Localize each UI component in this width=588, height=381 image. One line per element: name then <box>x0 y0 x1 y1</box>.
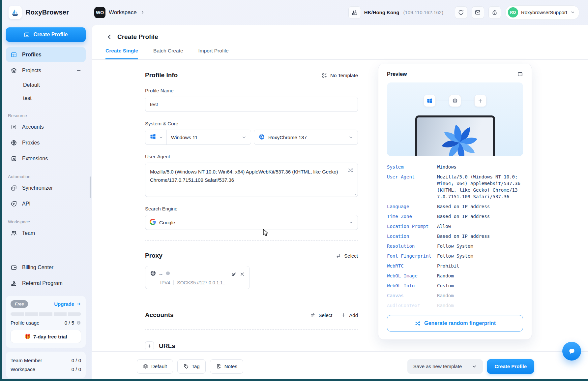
proxy-globe-icon <box>150 270 156 278</box>
accounts-select-button[interactable]: Select <box>310 312 333 318</box>
kv-value: Random <box>437 292 523 299</box>
sidebar-item-synchronizer[interactable]: Synchronizer <box>6 180 86 195</box>
sidebar-spacer <box>6 240 86 259</box>
os-version-select[interactable]: Windows 11 <box>167 135 251 140</box>
proxy-select-button[interactable]: Select <box>336 253 358 259</box>
tab-create-single[interactable]: Create Single <box>105 48 138 59</box>
ip-chip[interactable]: HK/Hong Kong(109.110.162.162) <box>348 6 443 19</box>
main-content: Create Profile Create Single Batch Creat… <box>92 25 588 381</box>
plan-badge: Free <box>11 300 28 308</box>
panel-collapse-icon[interactable] <box>517 71 523 77</box>
project-item-default[interactable]: Default <box>6 79 86 92</box>
ip-location: HK/Hong Kong <box>364 10 399 15</box>
window-plus-icon <box>24 32 30 38</box>
tab-import-profile[interactable]: Import Profile <box>198 48 229 59</box>
create-profile-button[interactable]: Create Profile <box>6 27 86 42</box>
sidebar-item-label: Projects <box>22 68 41 74</box>
default-label: Default <box>151 364 167 369</box>
workspace-breadcrumb[interactable]: WO Workspace <box>94 7 145 18</box>
windows-logo-icon <box>150 133 156 141</box>
proxy-test-icon[interactable] <box>231 271 237 277</box>
sidebar-item-accounts[interactable]: Accounts <box>6 119 86 134</box>
chain-connector <box>436 101 449 101</box>
collapse-icon[interactable] <box>76 68 81 73</box>
chevron-down-icon <box>348 135 353 140</box>
shuffle-icon[interactable] <box>347 167 353 175</box>
search-engine-label: Search Engine <box>145 206 358 211</box>
synchronizer-icon <box>10 185 17 191</box>
kv-value: Allow <box>437 223 523 230</box>
preview-panel: Preview <box>378 64 532 340</box>
info-icon <box>76 320 81 325</box>
os-icon-select[interactable]: Windows 11 <box>145 130 251 145</box>
profile-name-input[interactable]: test <box>145 97 358 112</box>
notes-button[interactable]: Notes <box>210 359 243 374</box>
sidebar-item-extensions[interactable]: Extensions <box>6 151 86 166</box>
wallet-icon <box>10 264 17 271</box>
accounts-add-button[interactable]: Add <box>341 312 358 318</box>
os-value: Windows 11 <box>171 135 198 140</box>
kv-key: Canvas <box>387 292 437 299</box>
header-actions: HK/Hong Kong(109.110.162.162) RO Roxybro… <box>348 5 579 20</box>
sidebar-item-projects[interactable]: Projects <box>6 63 86 78</box>
sidebar-item-billing-center[interactable]: Billing Center <box>6 260 86 275</box>
tag-button[interactable]: Tag <box>177 359 206 374</box>
chevron-down-icon <box>242 135 247 140</box>
chat-widget-button[interactable] <box>562 342 581 361</box>
header-divider <box>449 9 449 16</box>
kv-value: Prohibit <box>437 263 523 269</box>
usage-value: 0 / 5 <box>65 320 74 326</box>
window-edge <box>0 0 2 381</box>
project-item-test[interactable]: test <box>6 92 86 105</box>
sidebar-item-proxies[interactable]: Proxies <box>6 135 86 150</box>
default-project-button[interactable]: Default <box>137 359 173 374</box>
lock-button[interactable] <box>488 6 501 19</box>
profiles-icon <box>10 51 17 58</box>
arrow-right-icon <box>76 302 81 306</box>
windows-logo-icon <box>424 95 436 107</box>
no-template-button[interactable]: No Template <box>322 73 358 78</box>
core-value: RoxyChrome 137 <box>268 135 307 140</box>
workspace-badge[interactable]: WO <box>94 7 105 18</box>
top-header: RoxyBrowser WO Workspace HK/Hong Kong(10… <box>0 0 588 25</box>
kv-value: Random <box>437 272 523 279</box>
account-name: RoxybrowserSupport <box>521 10 567 15</box>
roxybrowser-logo-icon <box>9 6 22 19</box>
upgrade-link[interactable]: Upgrade <box>54 301 81 307</box>
tag-icon <box>183 364 189 369</box>
create-profile-submit-button[interactable]: Create Profile <box>487 359 534 374</box>
sidebar-item-referral-program[interactable]: Referral Program <box>6 276 86 291</box>
urls-expand-button[interactable] <box>145 341 154 350</box>
quota-label: Team Member <box>11 358 42 363</box>
account-menu[interactable]: RO RoxybrowserSupport <box>505 5 579 20</box>
sidebar-item-label: Accounts <box>22 124 44 130</box>
accounts-icon <box>10 124 17 130</box>
back-button[interactable] <box>106 34 113 40</box>
sidebar-item-team[interactable]: Team <box>6 226 86 240</box>
sync-button[interactable] <box>455 6 467 19</box>
proxy-type: IPV4 <box>160 280 170 285</box>
sidebar-scrollbar[interactable] <box>90 176 91 198</box>
notes-label: Notes <box>224 364 237 369</box>
resize-handle[interactable] <box>353 192 356 195</box>
kv-value: Follow System <box>437 253 523 259</box>
sidebar-item-profiles[interactable]: Profiles <box>6 47 86 62</box>
section-title-accounts: Accounts <box>145 311 174 319</box>
proxy-remove-icon[interactable] <box>240 271 245 277</box>
section-divider <box>145 300 358 300</box>
generate-fingerprint-button[interactable]: Generate random fingerprint <box>387 315 523 332</box>
mail-button[interactable] <box>472 6 484 19</box>
tab-batch-create[interactable]: Batch Create <box>153 48 183 59</box>
user-agent-textarea[interactable]: Mozilla/5.0 (Windows NT 10.0; Win64; x64… <box>145 163 358 197</box>
browser-core-select[interactable]: RoxyChrome 137 <box>254 130 358 145</box>
save-template-dropdown[interactable]: Save as new template <box>407 359 483 374</box>
kv-key: Font Fingerprint <box>387 253 437 259</box>
proxy-name: -- <box>159 271 162 277</box>
sidebar-item-label: Proxies <box>22 140 40 146</box>
search-engine-select[interactable]: Google <box>145 215 358 230</box>
profile-form: Profile Info No Template Profile Name te… <box>145 72 358 364</box>
proxy-card[interactable]: -- IPV4 SOCKS5://127.0.0.1:1... <box>145 266 250 289</box>
sidebar-item-api[interactable]: API <box>6 196 86 211</box>
workspace-label: Workspace <box>109 9 137 16</box>
free-trial-button[interactable]: 🎁 7-day free trial <box>11 330 81 343</box>
